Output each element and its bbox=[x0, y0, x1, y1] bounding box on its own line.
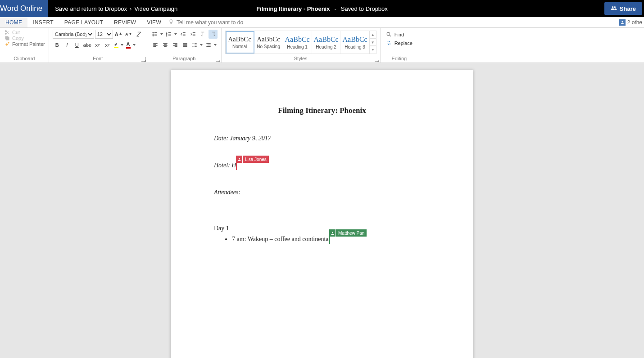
svg-point-4 bbox=[152, 32, 153, 33]
numbering-button[interactable]: 123 bbox=[165, 30, 178, 39]
svg-point-0 bbox=[5, 33, 7, 35]
group-paragraph: 123 Paragraph bbox=[147, 28, 222, 63]
style-item-heading-2[interactable]: AaBbCcHeading 2 bbox=[312, 31, 341, 54]
align-right-button[interactable] bbox=[171, 40, 180, 49]
tab-review[interactable]: REVIEW bbox=[109, 17, 141, 27]
presence-count: 2 othe bbox=[627, 19, 642, 26]
svg-point-5 bbox=[152, 34, 153, 35]
replace-button[interactable]: Replace bbox=[386, 40, 413, 46]
underline-button[interactable]: U bbox=[73, 40, 82, 49]
superscript-button[interactable]: x2 bbox=[103, 40, 112, 49]
copy-button[interactable]: Copy bbox=[5, 36, 45, 41]
style-item-normal[interactable]: AaBbCcNormal bbox=[226, 31, 254, 54]
group-clipboard: Cut Copy Format Painter Clipboard bbox=[0, 28, 49, 63]
tab-home[interactable]: HOME bbox=[0, 17, 27, 27]
italic-button[interactable]: I bbox=[63, 40, 72, 49]
tab-insert[interactable]: INSERT bbox=[27, 17, 59, 27]
ltr-button[interactable] bbox=[199, 30, 208, 39]
strikethrough-button[interactable]: abc bbox=[82, 40, 92, 49]
breadcrumb-link-dropbox[interactable]: Save and return to Dropbox bbox=[55, 5, 127, 12]
subscript-button[interactable]: x2 bbox=[93, 40, 102, 49]
tab-view[interactable]: VIEW bbox=[141, 17, 167, 27]
group-label-clipboard: Clipboard bbox=[4, 56, 45, 62]
document-title: Filming Itinerary - Phoenix bbox=[256, 5, 330, 12]
align-left-button[interactable] bbox=[151, 40, 160, 49]
group-editing: Find Replace Editing bbox=[381, 28, 418, 63]
justify-button[interactable] bbox=[181, 40, 190, 49]
font-dialog-launcher[interactable] bbox=[141, 57, 146, 62]
tell-me-input[interactable] bbox=[177, 19, 267, 26]
breadcrumb: Save and return to Dropbox › Video Campa… bbox=[55, 5, 177, 12]
tab-page-layout[interactable]: PAGE LAYOUT bbox=[59, 17, 109, 27]
save-status: Saved to Dropbox bbox=[341, 5, 388, 12]
people-icon bbox=[619, 19, 626, 26]
bullets-button[interactable] bbox=[151, 30, 164, 39]
app-brand: Word Online bbox=[0, 0, 48, 17]
svg-point-6 bbox=[152, 35, 153, 36]
svg-rect-3 bbox=[5, 36, 8, 39]
group-label-editing: Editing bbox=[384, 56, 414, 62]
find-label: Find bbox=[395, 32, 404, 37]
font-color-button[interactable]: A bbox=[125, 40, 136, 49]
increase-indent-button[interactable] bbox=[189, 30, 198, 39]
cut-button[interactable]: Cut bbox=[5, 30, 45, 35]
format-painter-button[interactable]: Format Painter bbox=[5, 41, 45, 47]
title-bar: Word Online Save and return to Dropbox ›… bbox=[0, 0, 644, 17]
style-item-heading-3[interactable]: AaBbCcHeading 3 bbox=[341, 31, 370, 54]
style-item-no-spacing[interactable]: AaBbCcNo Spacing bbox=[254, 31, 283, 54]
title-sep: - bbox=[334, 5, 336, 12]
styles-more[interactable]: ▾ bbox=[369, 45, 376, 54]
copy-label: Copy bbox=[12, 36, 24, 41]
highlight-button[interactable] bbox=[113, 40, 124, 49]
share-button[interactable]: Share bbox=[604, 2, 642, 15]
presence-indicator[interactable]: 2 othe bbox=[619, 17, 642, 27]
share-button-label: Share bbox=[620, 5, 636, 12]
shrink-font-button[interactable]: A▼ bbox=[124, 30, 133, 39]
styles-dialog-launcher[interactable] bbox=[375, 57, 379, 62]
svg-point-1 bbox=[5, 31, 7, 32]
style-item-heading-1[interactable]: AaBbCcHeading 1 bbox=[283, 31, 312, 54]
font-name-select[interactable]: Cambria (Body) bbox=[53, 30, 94, 39]
group-label-paragraph: Paragraph bbox=[151, 56, 218, 62]
svg-point-10 bbox=[387, 32, 390, 36]
font-size-select[interactable]: 12 bbox=[95, 30, 113, 39]
bold-button[interactable]: B bbox=[53, 40, 62, 49]
ribbon-tabs: HOME INSERT PAGE LAYOUT REVIEW VIEW 2 ot… bbox=[0, 17, 644, 28]
styles-gallery[interactable]: AaBbCcNormalAaBbCcNo SpacingAaBbCcHeadin… bbox=[225, 31, 376, 54]
group-styles: AaBbCcNormalAaBbCcNo SpacingAaBbCcHeadin… bbox=[222, 28, 381, 63]
clear-formatting-button[interactable] bbox=[134, 30, 143, 39]
group-font: Cambria (Body) 12 A▲ A▼ B I U abc x2 x2 bbox=[49, 28, 147, 63]
svg-text:3: 3 bbox=[166, 35, 167, 37]
special-indent-button[interactable] bbox=[204, 40, 218, 49]
replace-label: Replace bbox=[395, 40, 413, 46]
share-icon bbox=[611, 5, 617, 13]
find-button[interactable]: Find bbox=[386, 31, 413, 37]
paragraph-dialog-launcher[interactable] bbox=[216, 57, 220, 62]
format-painter-label: Format Painter bbox=[12, 41, 45, 47]
decrease-indent-button[interactable] bbox=[179, 30, 188, 39]
rtl-button[interactable] bbox=[209, 30, 218, 39]
breadcrumb-link-folder[interactable]: Video Campaign bbox=[134, 5, 177, 12]
grow-font-button[interactable]: A▲ bbox=[114, 30, 123, 39]
cut-label: Cut bbox=[12, 30, 20, 35]
tell-me-search[interactable] bbox=[168, 17, 267, 27]
lightbulb-icon bbox=[168, 18, 174, 27]
line-spacing-button[interactable] bbox=[190, 40, 204, 49]
chevron-right-icon: › bbox=[130, 5, 132, 12]
group-label-styles: Styles bbox=[225, 56, 376, 62]
align-center-button[interactable] bbox=[161, 40, 170, 49]
group-label-font: Font bbox=[53, 56, 143, 62]
ribbon: Cut Copy Format Painter Clipboard Cambri… bbox=[0, 28, 644, 63]
